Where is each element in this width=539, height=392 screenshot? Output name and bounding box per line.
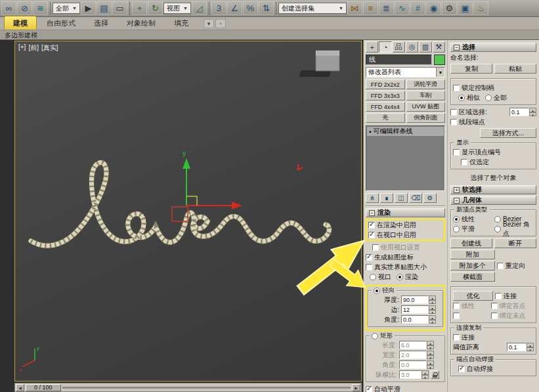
linear-vertex-radio[interactable] [453,216,460,223]
scale-icon[interactable]: ◿ [192,1,207,15]
thickness-value[interactable]: 90.0 [401,295,429,304]
lock-handles-checkbox[interactable] [453,85,460,91]
sides-value[interactable]: 12 [401,305,429,314]
select-and-link-icon[interactable]: ∞ [1,1,16,15]
show-end-result-icon[interactable]: ∎ [380,193,393,203]
cross-section-button[interactable]: 横截面 [450,272,495,282]
use-viewport-settings-checkbox[interactable] [372,244,379,251]
selection-filter-dropdown[interactable]: 全部 ▼ [53,3,80,14]
configure-modifier-sets-icon[interactable]: ⚙ [423,193,437,203]
front-viewport[interactable]: [+] [前] [真实] [14,41,362,381]
collapse-icon[interactable]: − [454,198,460,204]
ribbon-tab-selection[interactable]: 选择 [85,16,117,30]
spinner-down-icon[interactable]: ▾ [429,310,436,315]
rendered-frame-window-icon[interactable]: ▣ [458,1,473,15]
spinner-arrows[interactable]: ▴▾ [527,343,534,351]
remove-modifier-icon[interactable]: ⌫ [409,193,422,203]
rendering-rollout-header[interactable]: − 渲染 [366,208,445,217]
ribbon-tab-modeling[interactable]: 建模 [4,16,37,30]
scene-cube[interactable] [299,51,339,77]
rope-spline-love[interactable] [31,163,329,246]
connect-copy-checkbox[interactable] [453,334,460,341]
snap-toggle-3d-icon[interactable]: 3 [211,1,226,15]
rectangular-region-icon[interactable]: ▭ [112,1,127,15]
length-spinner[interactable]: 6.0 ▴▾ [399,341,434,349]
viewport-view-label[interactable]: [前] [28,43,39,53]
gizmo-xy-plane-handle[interactable] [186,196,197,206]
spinner-down-icon[interactable]: ▾ [527,347,534,352]
spinner-down-icon[interactable]: ▾ [427,365,434,370]
attach-button[interactable]: 附加 [450,250,495,259]
bind-first-checkbox[interactable] [491,303,498,309]
viewport-radio[interactable] [370,274,376,280]
pin-stack-icon[interactable]: ⋔ [366,193,379,203]
viewport-shading-label[interactable]: [真实] [41,43,58,53]
enable-in-renderer-checkbox[interactable] [368,222,375,229]
make-unique-icon[interactable]: ◫ [395,193,408,203]
spinner-down-icon[interactable]: ▾ [529,112,536,117]
spinner-arrows[interactable]: ▴▾ [429,295,436,304]
spinner-down-icon[interactable]: ▾ [427,355,434,360]
select-by-name-icon[interactable]: ▤ [97,1,112,15]
geometry-rollout-header[interactable]: − 几何体 [450,196,536,205]
tab-display-icon[interactable]: ▥ [419,41,431,53]
rect-angle-spinner[interactable]: 0.0 ▴▾ [399,360,434,369]
viewport-canvas[interactable]: y x y [15,41,362,381]
area-selection-spinner[interactable]: 0.1 ▴▾ [509,108,536,116]
break-button[interactable]: 断开 [494,238,536,248]
modifier-button-ffd4x4x4[interactable]: FFD 4x4x4 [366,102,405,112]
sides-spinner[interactable]: 12 ▴▾ [401,305,436,314]
spinner-arrows[interactable]: ▴▾ [529,108,536,116]
modifier-button-shell[interactable]: 壳 [366,113,405,123]
stack-item-editable-spline[interactable]: ▪ 可编辑样条线 [367,127,444,136]
selected-only-checkbox[interactable] [461,159,467,165]
renderer-radio[interactable] [397,274,403,280]
paste-button[interactable]: 粘贴 [494,64,536,74]
refine-button[interactable]: 优化 [453,291,493,301]
select-object-icon[interactable]: ▶ [81,1,96,15]
threshold-spinner[interactable]: 0.1 ▴▾ [507,343,534,351]
closed-checkbox[interactable] [453,313,460,319]
spinner-snap-icon[interactable]: ⇅ [259,1,274,15]
modifier-button-lathe[interactable]: 车削 [406,91,446,100]
real-world-map-size-checkbox[interactable] [366,264,372,271]
object-color-swatch[interactable] [434,54,445,65]
smooth-vertex-radio[interactable] [453,226,460,232]
rectangular-radio[interactable] [372,333,378,339]
area-selection-value[interactable]: 0.1 [509,108,529,116]
curve-editor-icon[interactable]: ∿ [395,1,410,15]
percent-snap-icon[interactable]: % [243,1,258,15]
modifier-stack[interactable]: ▪ 可编辑样条线 [366,125,445,191]
copy-button[interactable]: 复制 [450,64,492,74]
ribbon-panel-title[interactable]: 多边形建模 [0,30,539,40]
modifier-button-ffd2x2x2[interactable]: FFD 2x2x2 [366,79,405,89]
time-slider-track[interactable] [62,387,351,389]
select-by-button[interactable]: 选择方式... [480,128,536,138]
spinner-down-icon[interactable]: ▾ [421,375,429,380]
render-production-icon[interactable]: ♨ [473,1,488,15]
linear-checkbox[interactable] [453,303,460,309]
spinner-arrows[interactable]: ▴▾ [429,305,436,314]
modifier-button-uvw-map[interactable]: UVW 贴图 [406,102,446,112]
tab-modify-icon[interactable]: ◔ [379,41,391,53]
spinner-down-icon[interactable]: ▾ [429,300,436,305]
viewport-menu-label[interactable]: [+] [18,43,26,53]
attach-mult-button[interactable]: 附加多个 [450,261,495,271]
time-slider-handle[interactable]: 0 / 100 [26,384,61,391]
rect-angle-value[interactable]: 0.0 [399,360,427,369]
move-icon[interactable]: + [132,1,147,15]
collapse-icon[interactable]: − [454,45,460,51]
ribbon-tab-populate[interactable]: 填充 [165,16,197,30]
tab-utilities-icon[interactable]: ⚒ [433,41,445,53]
spinner-arrows[interactable]: ▴▾ [427,351,434,359]
tab-hierarchy-icon[interactable]: 品 [393,41,405,53]
area-selection-checkbox[interactable] [450,109,457,116]
aspect-lock-icon[interactable] [431,370,439,379]
mirror-icon[interactable]: ⋈ [347,1,362,15]
align-icon[interactable]: ≡ [363,1,378,15]
modifier-button-bevel-profile[interactable]: 倒角剖面 [406,113,446,123]
reorient-checkbox[interactable] [497,263,504,269]
bezier-vertex-radio[interactable] [494,216,501,223]
spinner-arrows[interactable]: ▴▾ [427,341,434,349]
ribbon-options-icon[interactable]: ▾ [204,19,214,28]
